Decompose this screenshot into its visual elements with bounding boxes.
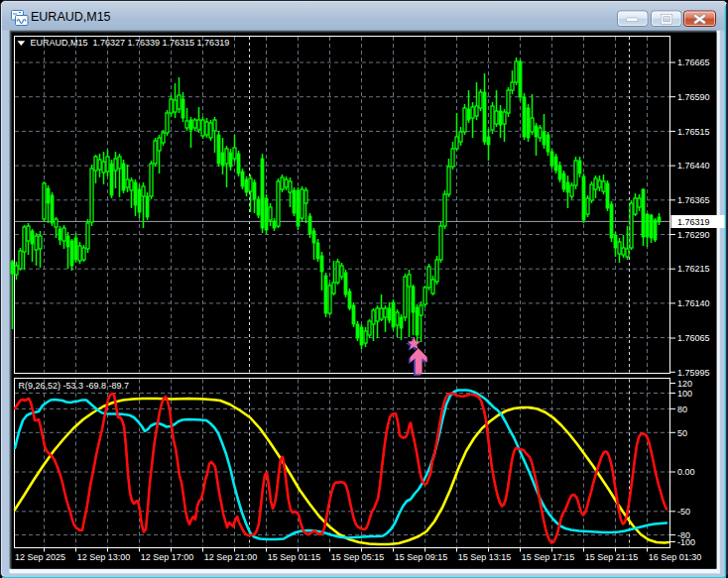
svg-text:50: 50 — [677, 428, 687, 438]
svg-text:12 Sep 2025: 12 Sep 2025 — [15, 552, 65, 562]
svg-text:12 Sep 17:00: 12 Sep 17:00 — [141, 552, 194, 562]
svg-text:1.76319: 1.76319 — [677, 217, 710, 227]
svg-text:15 Sep 21:15: 15 Sep 21:15 — [585, 552, 639, 562]
svg-text:1.76515: 1.76515 — [677, 127, 710, 137]
svg-text:1.76365: 1.76365 — [677, 195, 710, 205]
svg-text:1.76590: 1.76590 — [677, 92, 710, 102]
svg-text:R(9,26,52) -53.3 -69.8 -89.7: R(9,26,52) -53.3 -69.8 -89.7 — [19, 381, 130, 391]
svg-text:80: 80 — [677, 405, 687, 414]
svg-text:15 Sep 09:15: 15 Sep 09:15 — [395, 552, 448, 562]
svg-text:1.76665: 1.76665 — [677, 58, 710, 67]
svg-text:15 Sep 05:15: 15 Sep 05:15 — [331, 552, 385, 562]
svg-text:15 Sep 13:15: 15 Sep 13:15 — [458, 552, 512, 562]
svg-text:16 Sep 01:30: 16 Sep 01:30 — [649, 552, 702, 562]
svg-text:1.76140: 1.76140 — [677, 298, 710, 308]
svg-text:15 Sep 01:15: 15 Sep 01:15 — [268, 552, 321, 562]
svg-text:EURAUD,M15 1.76327 1.76339 1.: EURAUD,M15 1.76327 1.76339 1.76315 1.763… — [31, 38, 230, 48]
svg-text:EURAUD,M15: EURAUD,M15 — [31, 10, 111, 24]
svg-text:1.76290: 1.76290 — [677, 230, 710, 240]
svg-text:1.76065: 1.76065 — [677, 333, 710, 343]
svg-text:12 Sep 13:00: 12 Sep 13:00 — [77, 552, 131, 562]
svg-text:1.75995: 1.75995 — [677, 368, 710, 378]
svg-text:0.00: 0.00 — [677, 467, 695, 477]
svg-text:-100: -100 — [677, 537, 695, 547]
svg-text:120: 120 — [677, 379, 692, 389]
svg-text:100: 100 — [677, 389, 692, 399]
svg-text:-50: -50 — [677, 507, 690, 517]
svg-text:12 Sep 21:00: 12 Sep 21:00 — [204, 552, 258, 562]
svg-text:15 Sep 17:15: 15 Sep 17:15 — [522, 552, 575, 562]
svg-text:1.76215: 1.76215 — [677, 264, 710, 274]
svg-text:1.76440: 1.76440 — [677, 161, 710, 171]
